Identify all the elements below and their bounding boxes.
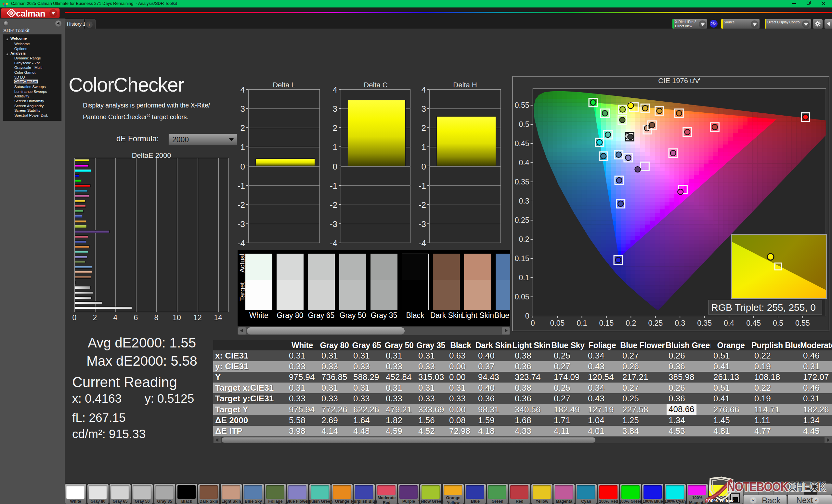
svg-text:0.2: 0.2 <box>626 319 636 327</box>
svg-text:0.05: 0.05 <box>550 319 565 327</box>
svg-text:0.5: 0.5 <box>519 120 529 129</box>
svg-text:0.35: 0.35 <box>515 178 529 186</box>
svg-text:CIE 1976 u'v': CIE 1976 u'v' <box>658 77 700 85</box>
svg-text:RGB Triplet: 255, 255, 0: RGB Triplet: 255, 255, 0 <box>711 302 816 313</box>
svg-text:0.25: 0.25 <box>648 319 663 327</box>
svg-text:0.1: 0.1 <box>576 319 587 327</box>
svg-text:0.2: 0.2 <box>519 235 529 244</box>
svg-text:0.45: 0.45 <box>515 139 529 148</box>
svg-text:0.4: 0.4 <box>724 319 734 327</box>
svg-text:0.3: 0.3 <box>675 319 685 327</box>
svg-text:0.45: 0.45 <box>746 319 761 327</box>
svg-text:0.5: 0.5 <box>773 319 783 327</box>
svg-text:0.35: 0.35 <box>697 319 712 327</box>
svg-text:0.25: 0.25 <box>515 216 529 224</box>
svg-text:0.55: 0.55 <box>795 319 810 327</box>
svg-text:0.3: 0.3 <box>519 197 529 205</box>
svg-text:0: 0 <box>525 312 529 320</box>
svg-text:0.55: 0.55 <box>515 101 529 109</box>
svg-text:0: 0 <box>531 319 535 327</box>
svg-text:0.05: 0.05 <box>515 292 529 301</box>
svg-text:0.15: 0.15 <box>515 254 529 263</box>
svg-text:0.4: 0.4 <box>519 159 529 167</box>
svg-text:0.1: 0.1 <box>519 274 529 282</box>
svg-text:0.15: 0.15 <box>599 319 614 327</box>
